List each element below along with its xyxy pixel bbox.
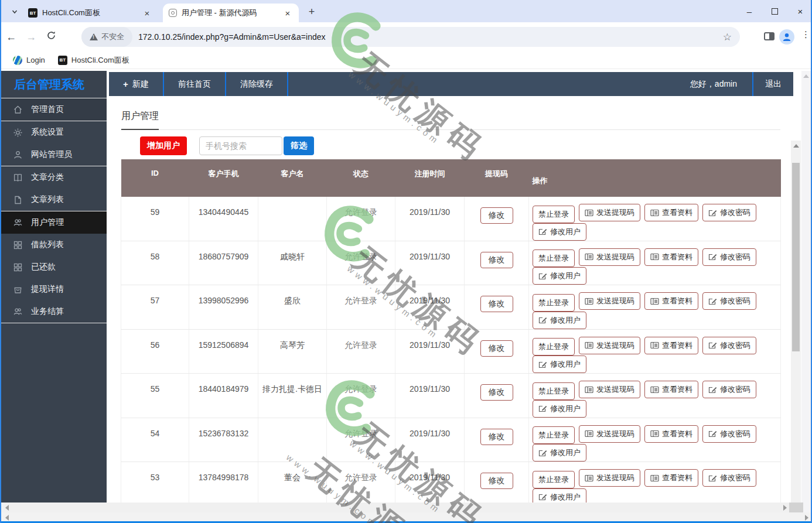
- back-icon[interactable]: ←: [1, 31, 21, 43]
- address-bar[interactable]: 不安全 172.0.10.25/index.php?g=Admin&m=User…: [81, 27, 740, 47]
- scroll-left-icon[interactable]: [5, 505, 9, 511]
- action-change-password[interactable]: 修改密码: [702, 469, 756, 487]
- action-send-withdraw-code[interactable]: 发送提现码: [579, 381, 640, 398]
- scroll-left-icon[interactable]: [5, 515, 9, 521]
- action-forbid-login[interactable]: 禁止登录: [533, 382, 575, 400]
- browser-scrollbar[interactable]: [801, 71, 811, 523]
- action-modify-user[interactable]: 修改用户: [533, 488, 586, 503]
- vertical-scrollbar[interactable]: [791, 141, 801, 523]
- action-forbid-login[interactable]: 禁止登录: [533, 206, 575, 223]
- bookmark-star-icon[interactable]: ☆: [723, 31, 732, 43]
- tab-hostcli[interactable]: BT HostCli.Com面板 ×: [22, 4, 158, 22]
- close-window-button[interactable]: ×: [794, 6, 806, 16]
- profile-avatar[interactable]: [779, 29, 794, 45]
- scroll-up-icon[interactable]: [803, 74, 809, 78]
- modify-button[interactable]: 修改: [480, 296, 513, 312]
- action-forbid-login[interactable]: 禁止登录: [533, 471, 575, 488]
- add-user-button[interactable]: 增加用户: [140, 136, 187, 155]
- action-view-profile[interactable]: 查看资料: [644, 469, 698, 487]
- action-send-withdraw-code[interactable]: 发送提现码: [579, 204, 640, 221]
- sidebar-item-system-settings[interactable]: 系统设置: [1, 121, 107, 143]
- scroll-right-icon[interactable]: [805, 515, 808, 521]
- action-view-profile[interactable]: 查看资料: [644, 337, 698, 354]
- action-change-password[interactable]: 修改密码: [702, 292, 756, 310]
- action-send-withdraw-code[interactable]: 发送提现码: [579, 248, 640, 266]
- side-panel-icon[interactable]: [764, 32, 775, 40]
- tab-search-chevron-icon[interactable]: [7, 4, 22, 19]
- modify-button[interactable]: 修改: [480, 340, 513, 357]
- navbar-item-clear-cache[interactable]: 清除缓存: [226, 72, 287, 96]
- navbar-item-new[interactable]: + 新建: [109, 72, 163, 96]
- action-change-password[interactable]: 修改密码: [702, 248, 756, 266]
- sidebar-item-withdraw-details[interactable]: 提现详情: [1, 278, 107, 300]
- bookmark-hostcli[interactable]: BT HostCli.Com面板: [58, 55, 129, 66]
- action-label: 修改用户: [550, 492, 581, 503]
- action-modify-user[interactable]: 修改用户: [533, 267, 586, 285]
- cell-id: 57: [121, 285, 189, 330]
- action-change-password[interactable]: 修改密码: [702, 204, 756, 221]
- horizontal-scrollbar-inner[interactable]: [1, 503, 803, 512]
- action-forbid-login[interactable]: 禁止登录: [533, 294, 575, 312]
- horizontal-scrollbar-outer[interactable]: [1, 512, 812, 521]
- minimize-button[interactable]: –: [743, 6, 755, 16]
- sidebar-item-article-categories[interactable]: 文章分类: [1, 166, 107, 189]
- action-label: 发送提现码: [596, 207, 634, 218]
- action-modify-user[interactable]: 修改用户: [533, 444, 586, 462]
- scroll-up-icon[interactable]: [793, 144, 799, 148]
- security-chip[interactable]: 不安全: [81, 27, 132, 47]
- sidebar-item-article-list[interactable]: 文章列表: [1, 189, 107, 211]
- book-icon: [13, 173, 23, 183]
- row-actions: 禁止登录 发送提现码 查看资料 修改密码 修改用户: [529, 197, 781, 241]
- logout-button[interactable]: 退出: [753, 79, 793, 90]
- action-modify-user[interactable]: 修改用户: [533, 400, 586, 418]
- row-actions: 禁止登录 发送提现码 查看资料 修改密码 修改用户: [529, 285, 781, 330]
- modify-button[interactable]: 修改: [480, 252, 513, 268]
- sidebar-item-repaid[interactable]: 已还款: [1, 256, 107, 278]
- maximize-button[interactable]: [772, 8, 778, 15]
- action-change-password[interactable]: 修改密码: [702, 337, 756, 354]
- scrollbar-thumb[interactable]: [792, 163, 800, 351]
- action-modify-user[interactable]: 修改用户: [533, 355, 586, 373]
- action-modify-user[interactable]: 修改用户: [533, 223, 586, 241]
- action-change-password[interactable]: 修改密码: [702, 425, 756, 443]
- tab-close-icon[interactable]: ×: [142, 8, 152, 18]
- sidebar-item-site-admins[interactable]: 网站管理员: [1, 143, 107, 166]
- reload-icon[interactable]: [41, 30, 61, 43]
- navbar-item-go-home[interactable]: 前往首页: [164, 72, 225, 96]
- action-view-profile[interactable]: 查看资料: [644, 292, 698, 310]
- action-forbid-login[interactable]: 禁止登录: [533, 338, 575, 355]
- action-view-profile[interactable]: 查看资料: [644, 204, 698, 221]
- tab-user-manage[interactable]: 用户管理 - 新源代源码 ×: [163, 4, 299, 22]
- grid-icon: [13, 262, 23, 272]
- modify-button[interactable]: 修改: [480, 429, 513, 445]
- menu-kebab-icon[interactable]: ⋮: [801, 29, 811, 40]
- action-modify-user[interactable]: 修改用户: [533, 312, 586, 329]
- action-view-profile[interactable]: 查看资料: [644, 248, 698, 266]
- sidebar-item-user-manage[interactable]: 用户管理: [1, 211, 107, 234]
- modify-button[interactable]: 修改: [480, 473, 513, 489]
- modify-button[interactable]: 修改: [480, 384, 513, 401]
- action-send-withdraw-code[interactable]: 发送提现码: [579, 292, 640, 310]
- action-send-withdraw-code[interactable]: 发送提现码: [579, 337, 640, 354]
- sidebar-item-business-settlement[interactable]: 业务结算: [1, 300, 107, 323]
- url-text[interactable]: 172.0.10.25/index.php?g=Admin&m=User&a=i…: [138, 32, 723, 42]
- action-send-withdraw-code[interactable]: 发送提现码: [579, 425, 640, 443]
- bookmark-login[interactable]: Login: [13, 56, 45, 65]
- row-actions: 禁止登录 发送提现码 查看资料 修改密码 修改用户: [529, 418, 781, 462]
- phone-search-input[interactable]: [199, 136, 282, 155]
- action-forbid-login[interactable]: 禁止登录: [533, 426, 575, 444]
- new-tab-button[interactable]: +: [305, 5, 319, 19]
- tab-close-icon[interactable]: ×: [282, 8, 293, 18]
- scroll-right-icon[interactable]: [783, 505, 787, 511]
- sidebar-item-dashboard[interactable]: 管理首页: [1, 98, 107, 121]
- action-view-profile[interactable]: 查看资料: [644, 425, 698, 443]
- action-forbid-login[interactable]: 禁止登录: [533, 249, 575, 267]
- cell-date: 2019/11/30: [395, 329, 465, 374]
- modify-button[interactable]: 修改: [480, 207, 513, 224]
- action-send-withdraw-code[interactable]: 发送提现码: [579, 469, 640, 487]
- filter-button[interactable]: 筛选: [284, 136, 314, 155]
- cell-phone: 13404490445: [189, 197, 258, 241]
- sidebar-item-loan-list[interactable]: 借款列表: [1, 234, 107, 256]
- action-change-password[interactable]: 修改密码: [702, 381, 756, 398]
- action-view-profile[interactable]: 查看资料: [644, 381, 698, 398]
